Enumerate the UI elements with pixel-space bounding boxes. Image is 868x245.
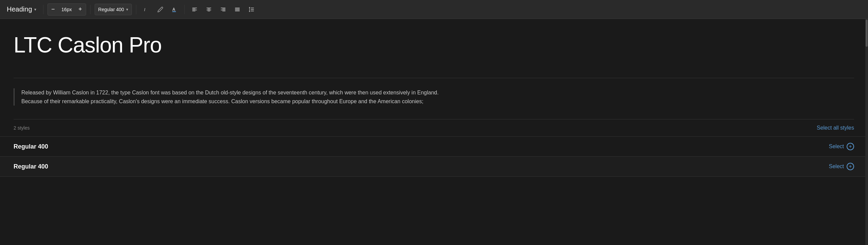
scrollbar-thumb[interactable]	[866, 20, 868, 47]
style-select-button-2[interactable]: Select +	[829, 163, 854, 170]
font-weight-chevron-icon: ▾	[126, 7, 128, 12]
italic-icon: I	[143, 6, 149, 13]
toolbar-divider-3	[136, 5, 136, 14]
align-center-button[interactable]	[203, 4, 215, 15]
svg-text:A: A	[172, 7, 175, 12]
styles-header: 2 styles Select all styles	[0, 119, 868, 137]
svg-text:I: I	[144, 7, 145, 12]
toolbar-divider-4	[184, 5, 185, 14]
font-title: LTC Caslon Pro	[14, 32, 854, 58]
style-name-1: Regular 400	[14, 143, 48, 150]
font-size-control: − 16px +	[47, 3, 86, 16]
italic-button[interactable]: I	[140, 4, 152, 15]
toolbar-divider-1	[43, 5, 43, 14]
line-height-button[interactable]	[246, 4, 257, 15]
font-color-button[interactable]: A	[169, 4, 180, 15]
align-justify-icon	[234, 6, 240, 13]
align-center-icon	[206, 6, 212, 13]
heading-label: Heading	[7, 5, 32, 13]
align-right-icon	[220, 6, 226, 13]
font-size-value: 16px	[59, 7, 75, 12]
style-select-button-1[interactable]: Select +	[829, 143, 854, 150]
style-select-label-1: Select	[829, 143, 844, 150]
style-row-2: Regular 400 Select +	[0, 157, 868, 177]
editor-area: LTC Caslon Pro Released by William Caslo…	[0, 19, 868, 245]
align-left-icon	[192, 6, 198, 13]
main-content: LTC Caslon Pro Released by William Caslo…	[0, 19, 868, 245]
highlight-icon	[157, 6, 163, 13]
styles-count: 2 styles	[14, 125, 29, 131]
toolbar-divider-2	[90, 5, 91, 14]
line-height-icon	[249, 6, 255, 13]
toolbar: Heading ▾ − 16px + Regular 400 ▾ I A	[0, 0, 868, 19]
scrollbar[interactable]	[865, 19, 868, 245]
font-description: Released by William Caslon in 1722, the …	[14, 88, 454, 106]
style-name-2: Regular 400	[14, 163, 48, 170]
style-select-label-2: Select	[829, 163, 844, 170]
highlight-button[interactable]	[155, 4, 166, 15]
align-left-button[interactable]	[189, 4, 200, 15]
font-weight-label: Regular 400	[98, 7, 124, 12]
font-size-increase-button[interactable]: +	[75, 4, 86, 15]
align-justify-button[interactable]	[232, 4, 243, 15]
heading-selector[interactable]: Heading ▾	[4, 4, 39, 15]
plus-circle-icon-2: +	[847, 163, 854, 170]
heading-chevron-icon: ▾	[34, 7, 36, 12]
align-right-button[interactable]	[217, 4, 229, 15]
font-weight-selector[interactable]: Regular 400 ▾	[95, 4, 132, 15]
svg-rect-2	[172, 11, 176, 12]
select-all-styles-button[interactable]: Select all styles	[817, 125, 854, 131]
plus-circle-icon-1: +	[847, 143, 854, 150]
style-row-1: Regular 400 Select +	[0, 137, 868, 157]
font-size-decrease-button[interactable]: −	[48, 4, 59, 15]
font-color-icon: A	[172, 6, 178, 13]
